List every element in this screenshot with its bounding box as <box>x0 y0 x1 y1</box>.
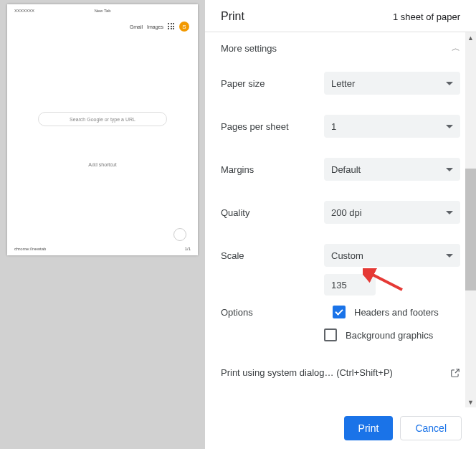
print-settings-pane: Print 1 sheet of paper More settings ︿ P… <box>205 0 476 449</box>
dropdown-icon <box>446 211 453 214</box>
quality-value: 200 dpi <box>331 207 362 218</box>
headers-footers-checkbox[interactable] <box>333 306 346 318</box>
preview-footer-url: chrome://newtab <box>14 247 46 251</box>
system-dialog-text: Print using system dialog… (Ctrl+Shift+P… <box>221 367 393 378</box>
scale-select[interactable]: Custom <box>324 244 460 267</box>
background-graphics-checkbox[interactable] <box>324 329 337 341</box>
margins-row: Margins Default <box>221 148 460 191</box>
scale-label: Scale <box>221 250 307 261</box>
background-graphics-label: Background graphics <box>346 330 433 341</box>
print-button[interactable]: Print <box>344 416 394 440</box>
settings-scroll-area: More settings ︿ Paper size Letter Pages … <box>205 32 476 407</box>
scale-custom-input[interactable] <box>324 274 376 296</box>
dropdown-icon <box>446 254 453 257</box>
preview-topbar: Gmail Images S <box>130 22 189 32</box>
quality-select[interactable]: 200 dpi <box>324 201 460 224</box>
more-settings-label: More settings <box>221 43 277 54</box>
quality-label: Quality <box>221 207 307 218</box>
pages-per-sheet-value: 1 <box>331 121 336 132</box>
open-external-icon <box>450 368 460 378</box>
dropdown-icon <box>446 168 453 171</box>
cancel-button[interactable]: Cancel <box>400 416 462 440</box>
paper-size-select[interactable]: Letter <box>324 72 460 95</box>
margins-label: Margins <box>221 164 307 175</box>
preview-search-box: Search Google or type a URL <box>38 112 167 126</box>
pages-per-sheet-row: Pages per sheet 1 <box>221 105 460 148</box>
preview-gmail-link: Gmail <box>130 24 143 29</box>
margins-select[interactable]: Default <box>324 158 460 181</box>
paper-size-label: Paper size <box>221 78 307 89</box>
print-preview-pane: XXXXXXX New Tab Gmail Images S Search Go… <box>0 0 205 449</box>
apps-grid-icon <box>168 23 175 30</box>
scrollbar-track[interactable]: ▲ ▼ <box>465 32 476 407</box>
scale-row: Scale Custom <box>221 234 460 277</box>
pages-per-sheet-label: Pages per sheet <box>221 121 307 132</box>
paper-size-value: Letter <box>331 78 355 89</box>
quality-row: Quality 200 dpi <box>221 191 460 234</box>
preview-header-title: New Tab <box>94 9 110 13</box>
chevron-up-icon: ︿ <box>452 42 460 55</box>
dialog-footer: Print Cancel <box>205 407 476 449</box>
pages-per-sheet-select[interactable]: 1 <box>324 115 460 138</box>
dropdown-icon <box>446 125 453 128</box>
avatar: S <box>179 22 189 32</box>
scale-value: Custom <box>331 250 363 261</box>
scrollbar-thumb[interactable] <box>465 169 476 290</box>
preview-header-date: XXXXXXX <box>14 9 34 13</box>
dropdown-icon <box>446 82 453 85</box>
headers-footers-label: Headers and footers <box>354 307 439 318</box>
paper-size-row: Paper size Letter <box>221 62 460 105</box>
preview-add-shortcut: Add shortcut <box>88 162 116 167</box>
system-dialog-link[interactable]: Print using system dialog… (Ctrl+Shift+P… <box>221 351 460 387</box>
margins-value: Default <box>331 164 361 175</box>
preview-fab-icon <box>173 228 186 241</box>
background-graphics-row: Background graphics <box>324 329 460 341</box>
preview-page: XXXXXXX New Tab Gmail Images S Search Go… <box>7 4 198 255</box>
options-label: Options <box>221 307 307 318</box>
more-settings-toggle[interactable]: More settings ︿ <box>221 32 460 62</box>
preview-footer-page: 1/1 <box>185 247 191 251</box>
scroll-down-arrow-icon[interactable]: ▼ <box>465 397 476 407</box>
options-block: Options Headers and footers Background g… <box>221 296 460 341</box>
headers-footers-row: Options Headers and footers <box>221 306 460 318</box>
sheet-count: 1 sheet of paper <box>393 11 460 22</box>
print-header: Print 1 sheet of paper <box>205 0 476 32</box>
page-title: Print <box>221 10 244 23</box>
scroll-up-arrow-icon[interactable]: ▲ <box>465 32 476 43</box>
preview-images-link: Images <box>147 24 163 29</box>
